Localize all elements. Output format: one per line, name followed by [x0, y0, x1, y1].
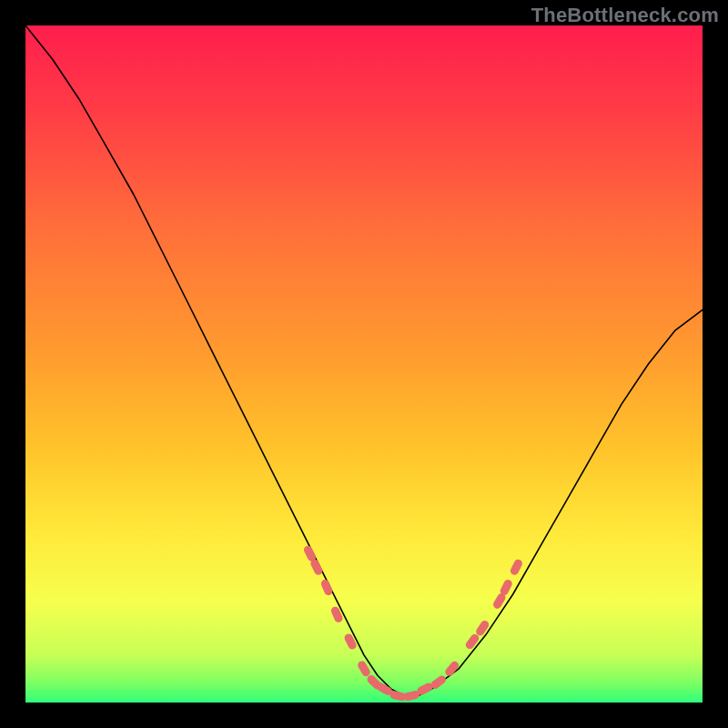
chart-svg: [25, 25, 703, 703]
chart-frame: TheBottleneck.com: [0, 0, 728, 728]
gradient-background: [25, 25, 703, 703]
watermark-text: TheBottleneck.com: [531, 4, 719, 27]
plot-area: [25, 25, 703, 703]
